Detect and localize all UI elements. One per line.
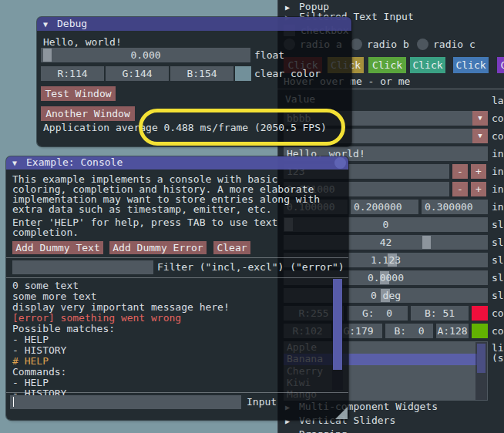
console-title: Example: Console [26, 157, 123, 168]
plus-button[interactable]: + [471, 164, 486, 179]
tree-node-partial[interactable]: Dragging [299, 429, 348, 433]
color1-g-field[interactable]: G: 0 [347, 306, 408, 321]
tree-arrow-icon[interactable]: ▶ [285, 3, 290, 12]
slider-float2-label: slider float2 [492, 273, 504, 284]
float-slider-label: float [254, 50, 284, 61]
minus-button[interactable]: - [452, 164, 468, 179]
color1-swatch[interactable] [472, 306, 488, 321]
color2-a-field[interactable]: A:128 [436, 324, 469, 338]
radio-c-label: radio c [433, 39, 475, 50]
click-button-6[interactable]: Click [497, 57, 504, 73]
log-line: Commands: [12, 367, 66, 378]
minus-button[interactable]: - [452, 182, 468, 196]
console-help-line: completion. [12, 227, 79, 238]
log-line: 0 some text [12, 280, 79, 291]
radio-b[interactable] [351, 39, 362, 50]
console-window: ▼ Example: Console This example implemen… [6, 156, 348, 420]
clear-color-label: clear color [254, 69, 321, 79]
add-dummy-error-button[interactable]: Add Dummy Error [109, 241, 207, 254]
resize-grip-icon[interactable] [335, 407, 348, 419]
input-text-label: input text [492, 149, 504, 159]
log-line-error: [error] something went wrong [12, 313, 181, 324]
greeting-text: Hello, world! [43, 37, 122, 48]
radio-c[interactable] [417, 39, 428, 50]
screen: ▶ Popup ▶ Filtered Text Input checkbox r… [0, 0, 504, 433]
filter-input[interactable] [12, 260, 153, 274]
color1-label: color 1 [492, 308, 504, 319]
input-float3-y: 0.200000 [354, 202, 402, 213]
console-title-bar[interactable]: ▼ Example: Console [6, 156, 348, 170]
clear-button[interactable]: Clear [213, 241, 250, 254]
color2-label: color 2 [492, 326, 504, 337]
log-line: display very important message here! [12, 302, 230, 313]
combo-arrow-button[interactable]: ▼ [472, 129, 488, 143]
clear-color-r-field[interactable]: R:114 [41, 66, 104, 81]
log-line: - HISTORY [12, 345, 66, 356]
clear-color-b-field[interactable]: B:154 [170, 66, 234, 81]
add-dummy-text-button[interactable]: Add Dummy Text [12, 241, 103, 254]
console-desc-line: extra data such as timestamp, emitter, e… [12, 204, 272, 215]
console-input[interactable] [10, 395, 241, 409]
slider-log-float-label: slider log float [492, 255, 504, 266]
log-line: - HELP [12, 334, 49, 345]
input-float-label: input float [492, 184, 504, 195]
collapse-icon[interactable]: ▼ [43, 20, 48, 29]
click-button-3[interactable]: Click [368, 57, 406, 73]
log-line: some more text [12, 291, 97, 302]
separator [6, 277, 348, 278]
input-int-label: input int [492, 166, 504, 177]
close-icon[interactable] [334, 157, 346, 169]
clear-color-g-field[interactable]: G:144 [106, 66, 169, 81]
click-button-4[interactable]: Click [410, 57, 445, 73]
color2-swatch[interactable] [472, 324, 488, 338]
combo-label: combo [492, 131, 504, 142]
log-line-history: # HELP [12, 356, 49, 367]
collapse-icon[interactable]: ▼ [12, 159, 17, 168]
plus-button[interactable]: + [471, 182, 486, 196]
input-float3-z: 0.300000 [425, 202, 473, 213]
console-scrollbar[interactable] [332, 279, 343, 390]
listbox-scrollbar-grab[interactable] [477, 344, 486, 373]
float-slider-value: 0.000 [41, 48, 250, 62]
separator [6, 257, 348, 258]
test-window-button[interactable]: Test Window [41, 86, 116, 101]
another-window-button[interactable]: Another Window [41, 106, 135, 121]
slider-float-label: slider float [492, 237, 504, 248]
slider-int-label: slider int [492, 220, 504, 230]
annotation-ellipse [139, 109, 345, 146]
text-cursor [13, 397, 14, 407]
radio-b-label: radio b [367, 39, 409, 50]
listbox-label-line2: (single select) [492, 353, 504, 364]
value-label: label [492, 96, 504, 106]
filter-label: Filter ("incl,-excl") ("error") [157, 262, 344, 273]
listbox-scrollbar[interactable] [475, 342, 487, 400]
clear-color-swatch[interactable] [235, 66, 251, 81]
separator [6, 392, 348, 393]
slider-angle-label: slider angle [492, 290, 504, 301]
color1-b-field[interactable]: B: 51 [411, 306, 469, 321]
console-input-label: Input [247, 397, 277, 408]
console-scrollbar-grab[interactable] [333, 279, 342, 370]
debug-title-bar[interactable]: ▼ Debug [37, 17, 351, 31]
debug-title: Debug [57, 18, 87, 29]
combo-label: combo [492, 113, 504, 124]
color2-b-field[interactable]: B: 0 [385, 324, 433, 338]
combo-arrow-button[interactable]: ▼ [472, 111, 488, 126]
click-button-5[interactable]: Click [453, 57, 489, 73]
input-float3-label: input float3 [492, 202, 504, 213]
log-line: - HELP [12, 378, 49, 388]
log-line: Possible matches: [12, 324, 115, 334]
